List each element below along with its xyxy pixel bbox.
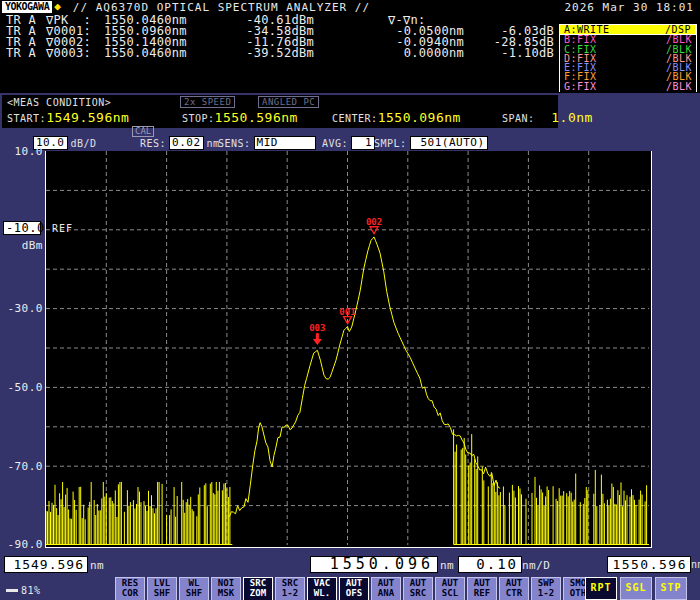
center-label: CENTER: xyxy=(332,113,378,124)
marker-arrow-head xyxy=(313,339,322,345)
sampling-value[interactable]: 501(AUTO) xyxy=(410,136,488,150)
span-value: 1.0nm xyxy=(535,110,593,125)
y-axis-unit: dBm xyxy=(3,239,43,252)
center-field: CENTER: 1550.096nm xyxy=(332,110,461,125)
meas-condition-panel: <MEAS CONDITION> 2x SPEED ANGLED PC STAR… xyxy=(2,95,558,128)
softkey-lvl-shf[interactable]: LVLSHF xyxy=(147,577,177,600)
softkey-label-bottom: ZOM xyxy=(244,589,272,599)
marker-trace: TR A xyxy=(6,48,46,59)
softkey-wl-shf[interactable]: WLSHF xyxy=(179,577,209,600)
header-bar: YOKOGAWA ◆ // AQ6370D OPTICAL SPECTRUM A… xyxy=(0,0,700,14)
ref-line-label: REF xyxy=(52,223,73,234)
marker-id-label: 002 xyxy=(366,217,382,227)
stop-wavelength-box[interactable]: 1550.596 xyxy=(607,556,691,573)
x-scale-box[interactable]: 0.10 xyxy=(458,556,522,573)
trace-a-envelope xyxy=(229,237,500,517)
softkey-label-bottom: SRC xyxy=(404,589,432,599)
y-axis-label: -30.0 xyxy=(3,302,43,315)
softkey-res-cor[interactable]: RESCOR xyxy=(115,577,145,600)
y-axis-label: -70.0 xyxy=(3,460,43,473)
app-title: // AQ6370D OPTICAL SPECTRUM ANALYZER // xyxy=(73,1,370,14)
stop-wavelength-unit: nm xyxy=(691,559,700,570)
center-wavelength-box[interactable]: 1550.096 xyxy=(310,556,438,573)
start-wavelength-box[interactable]: 1549.596 xyxy=(4,556,88,573)
softkey-aut-ofs[interactable]: AUTOFS xyxy=(339,577,369,600)
ref-level-box[interactable]: -10.0 xyxy=(3,221,41,235)
softkey-label-bottom: COR xyxy=(116,589,144,599)
trace-legend-name: A:WRITE xyxy=(564,25,610,34)
span-field: SPAN: 1.0nm xyxy=(502,110,593,125)
marker-arrow-stem xyxy=(316,333,319,340)
speed-badge: 2x SPEED xyxy=(180,96,235,108)
x-scale-unit: nm/D xyxy=(522,559,551,572)
marker-wavelength: 1550.0460nm xyxy=(104,48,224,59)
trace-legend-mode: /BLK xyxy=(666,82,692,91)
marker-delta_lvl: -1.10dB xyxy=(464,48,554,59)
softkey-src-1-2[interactable]: SRC1-2 xyxy=(275,577,305,600)
marker-marker: ∇0003: xyxy=(46,48,104,59)
softkey-label-bottom: CTR xyxy=(500,589,528,599)
y-axis-label: -90.0 xyxy=(3,538,43,551)
peak-marker-002: 002 xyxy=(366,217,382,234)
level-scale-unit: dB/D xyxy=(71,138,97,149)
softkey-swp-1-2[interactable]: SWP1-2 xyxy=(531,577,561,600)
resolution-value[interactable]: 0.02 xyxy=(169,136,204,150)
ref-level-value: -10.0 xyxy=(3,221,41,235)
softkey-noi-msk[interactable]: NOIMSK xyxy=(211,577,241,600)
softkey-label-bottom: REF xyxy=(468,589,496,599)
softkey-label-bottom: SHF xyxy=(148,589,176,599)
average-value[interactable]: 1 xyxy=(351,136,375,150)
start-label: START: xyxy=(7,113,46,124)
diamond-icon: ◆ xyxy=(54,1,61,13)
trace-legend-mode: /DSP xyxy=(665,25,691,34)
softkey-label-bottom: 1-2 xyxy=(532,589,560,599)
softkey-aut-ref[interactable]: AUTREF xyxy=(467,577,497,600)
softkey-vac-wl-[interactable]: VACWL. xyxy=(307,577,337,600)
softkey-label-bottom: SCL xyxy=(436,589,464,599)
marker-level: -39.52dBm xyxy=(224,48,314,59)
spectrum-svg: 001002003 xyxy=(46,151,649,545)
osa-screen: YOKOGAWA ◆ // AQ6370D OPTICAL SPECTRUM A… xyxy=(0,0,700,600)
sampling-setting: SMPL: 501(AUTO) xyxy=(374,136,488,150)
sensitivity-setting: SENS: MID xyxy=(218,136,316,150)
sweep-key-stp[interactable]: STP xyxy=(655,577,687,600)
plot-grid xyxy=(46,151,649,545)
center-wavelength-unit: nm xyxy=(440,559,454,572)
meas-condition-title: <MEAS CONDITION> xyxy=(7,97,111,108)
softkey-aut-ctr[interactable]: AUTCTR xyxy=(499,577,529,600)
resolution-setting: RES: 0.02 nm xyxy=(140,136,220,150)
peak-marker-003: 003 xyxy=(309,323,325,345)
start-value: 1549.596nm xyxy=(46,110,129,125)
trace-legend-name: G:FIX xyxy=(564,82,597,91)
marker-id-label: 003 xyxy=(309,323,325,333)
stop-label: STOP: xyxy=(182,113,215,124)
softkey-src-zom[interactable]: SRCZOM xyxy=(243,577,273,600)
softkey-toolbar: RESCORLVLSHFWLSHFNOIMSKSRCZOMSRC1-2VACWL… xyxy=(115,577,593,600)
softkey-label-bottom: OFS xyxy=(340,589,368,599)
sensitivity-value[interactable]: MID xyxy=(254,136,316,150)
softkey-aut-scl[interactable]: AUTSCL xyxy=(435,577,465,600)
yokogawa-logo: YOKOGAWA xyxy=(2,1,52,13)
marker-delta_wl: 0.0000nm xyxy=(314,48,464,59)
average-setting: AVG: 1 xyxy=(322,136,375,150)
softkey-label-bottom: MSK xyxy=(212,589,240,599)
span-label: SPAN: xyxy=(502,113,535,124)
stop-field: STOP: 1550.596nm xyxy=(182,110,298,125)
softkey-label-bottom: ANA xyxy=(372,589,400,599)
trace-noise-floor xyxy=(46,429,647,544)
datetime: 2026 Mar 30 18:01 xyxy=(564,1,694,14)
memory-percent: 81% xyxy=(21,585,41,596)
marker-id-label: 001 xyxy=(339,307,355,317)
marker-table-row: TR A∇0003:1550.0460nm-39.52dBm0.0000nm-1… xyxy=(6,48,554,59)
sweep-key-rpt[interactable]: RPT xyxy=(585,577,617,600)
settings-row: CAL 10.0 dB/D RES: 0.02 nm SENS: MID AVG… xyxy=(0,128,700,151)
sweep-key-sgl[interactable]: SGL xyxy=(620,577,652,600)
y-axis-label: -50.0 xyxy=(3,381,43,394)
softkey-aut-src[interactable]: AUTSRC xyxy=(403,577,433,600)
average-label: AVG: xyxy=(322,138,348,149)
sampling-label: SMPL: xyxy=(374,138,407,149)
start-wavelength-unit: nm xyxy=(90,559,104,572)
stop-value: 1550.596nm xyxy=(215,110,298,125)
resolution-label: RES: xyxy=(140,138,166,149)
softkey-aut-ana[interactable]: AUTANA xyxy=(371,577,401,600)
